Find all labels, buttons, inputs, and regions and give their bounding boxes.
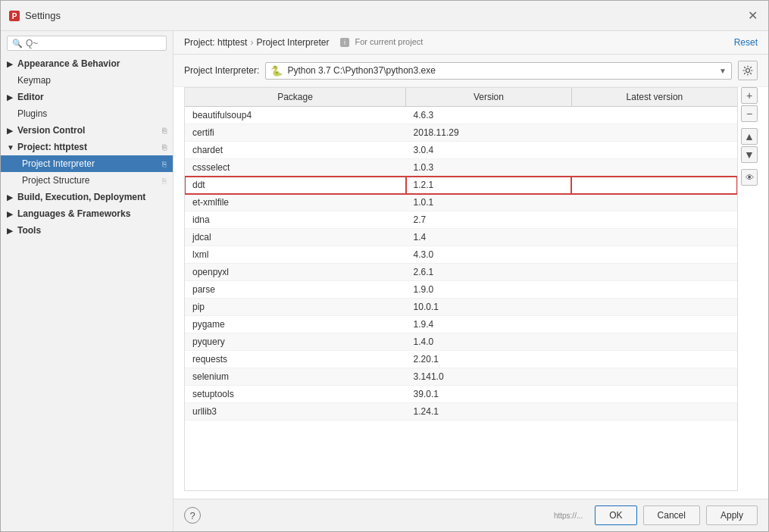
table-row[interactable]: pip 10.0.1 (185, 299, 737, 316)
table-row[interactable]: pyquery 1.4.0 (185, 333, 737, 351)
package-name: jdcal (185, 229, 406, 246)
table-row[interactable]: idna 2.7 (185, 211, 737, 229)
expand-arrow: ▼ (7, 143, 14, 152)
sidebar-item-languages[interactable]: ▶ Languages & Frameworks (1, 205, 173, 222)
table-row[interactable]: selenium 3.141.0 (185, 368, 737, 386)
expand-arrow: ▶ (7, 127, 14, 135)
search-input[interactable] (26, 38, 161, 49)
search-box[interactable]: 🔍 (7, 36, 167, 51)
table-row[interactable]: openpyxl 2.6.1 (185, 264, 737, 281)
title-bar-left: P Settings (8, 10, 61, 22)
package-version: 1.0.1 (406, 194, 572, 211)
app-icon: P (8, 10, 20, 22)
sidebar-item-label: Project: httptest (17, 142, 87, 152)
table-row[interactable]: setuptools 39.0.1 (185, 386, 737, 403)
package-name: chardet (185, 142, 406, 159)
package-name: lxml (185, 246, 406, 264)
sidebar-item-project-interpreter[interactable]: Project Interpreter ⎘ (1, 155, 173, 172)
col-package: Package (185, 88, 406, 107)
panel-header: Project: httptest › Project Interpreter … (173, 31, 768, 55)
sidebar-item-editor[interactable]: ▶ Editor (1, 89, 173, 105)
window-title: Settings (25, 10, 61, 21)
interpreter-select[interactable]: 🐍 Python 3.7 C:\Python37\python3.exe ▼ (265, 62, 732, 80)
package-latest (571, 351, 737, 368)
package-version: 1.4.0 (406, 333, 572, 351)
col-latest: Latest version (571, 88, 737, 107)
package-latest (571, 124, 737, 142)
package-latest (571, 299, 737, 316)
breadcrumb: Project: httptest › Project Interpreter (184, 37, 329, 48)
copy-icon: ⎘ (162, 177, 167, 185)
package-name: ddt (185, 177, 406, 194)
close-button[interactable]: ✕ (745, 7, 761, 24)
title-bar: P Settings ✕ (1, 1, 768, 31)
package-version: 1.0.3 (406, 159, 572, 177)
package-latest (571, 142, 737, 159)
search-icon: 🔍 (12, 39, 23, 49)
package-version: 4.6.3 (406, 107, 572, 124)
svg-text:i: i (344, 39, 345, 46)
breadcrumb-project: Project: httptest (184, 37, 247, 48)
remove-package-button[interactable]: − (741, 105, 758, 122)
package-version: 2018.11.29 (406, 124, 572, 142)
sidebar-item-project-structure[interactable]: Project Structure ⎘ (1, 172, 173, 189)
sidebar-item-version-control[interactable]: ▶ Version Control ⎘ (1, 122, 173, 139)
gear-icon (742, 65, 753, 76)
package-version: 39.0.1 (406, 386, 572, 403)
sidebar-item-plugins[interactable]: Plugins (1, 105, 173, 122)
package-latest (571, 159, 737, 177)
sidebar-item-project[interactable]: ▼ Project: httptest ⎘ (1, 139, 173, 155)
sidebar-item-label: Languages & Frameworks (17, 208, 130, 219)
package-name: pygame (185, 316, 406, 333)
ok-button[interactable]: OK (595, 505, 636, 525)
table-row[interactable]: cssselect 1.0.3 (185, 159, 737, 177)
package-version: 2.20.1 (406, 351, 572, 368)
help-button[interactable]: ? (184, 507, 201, 524)
table-row[interactable]: pygame 1.9.4 (185, 316, 737, 333)
package-latest (571, 333, 737, 351)
table-row[interactable]: et-xmlfile 1.0.1 (185, 194, 737, 211)
package-latest (571, 107, 737, 124)
info-icon: i (339, 37, 350, 48)
table-row[interactable]: parse 1.9.0 (185, 281, 737, 299)
eye-button[interactable]: 👁 (741, 169, 758, 186)
package-name: cssselect (185, 159, 406, 177)
apply-button[interactable]: Apply (706, 505, 758, 525)
expand-arrow: ▶ (7, 193, 14, 202)
table-row[interactable]: certifi 2018.11.29 (185, 124, 737, 142)
package-table: Package Version Latest version beautiful… (185, 88, 737, 421)
sidebar-item-build[interactable]: ▶ Build, Execution, Deployment (1, 189, 173, 205)
scroll-up-button[interactable]: ▲ (741, 128, 758, 145)
package-latest (571, 246, 737, 264)
package-name: pip (185, 299, 406, 316)
cancel-button[interactable]: Cancel (643, 505, 700, 525)
table-inner[interactable]: Package Version Latest version beautiful… (184, 87, 738, 491)
sidebar-item-keymap[interactable]: Keymap (1, 72, 173, 89)
table-row[interactable]: beautifulsoup4 4.6.3 (185, 107, 737, 124)
for-current-label: i For current project (339, 37, 423, 48)
add-package-button[interactable]: + (741, 87, 758, 104)
package-version: 1.9.0 (406, 281, 572, 299)
package-version: 10.0.1 (406, 299, 572, 316)
package-name: selenium (185, 368, 406, 386)
package-latest (571, 368, 737, 386)
table-row[interactable]: urllib3 1.24.1 (185, 403, 737, 421)
table-row[interactable]: lxml 4.3.0 (185, 246, 737, 264)
table-row[interactable]: ddt 1.2.1 (185, 177, 737, 194)
interpreter-path: Python 3.7 C:\Python37\python3.exe (287, 65, 714, 76)
scroll-down-button[interactable]: ▼ (741, 146, 758, 163)
expand-arrow: ▶ (7, 227, 14, 235)
package-latest (571, 264, 737, 281)
package-latest (571, 229, 737, 246)
package-name: openpyxl (185, 264, 406, 281)
table-row[interactable]: requests 2.20.1 (185, 351, 737, 368)
reset-button[interactable]: Reset (734, 37, 758, 48)
table-row[interactable]: jdcal 1.4 (185, 229, 737, 246)
package-version: 2.6.1 (406, 264, 572, 281)
sidebar-item-appearance[interactable]: ▶ Appearance & Behavior (1, 55, 173, 72)
gear-button[interactable] (738, 61, 758, 80)
table-row[interactable]: chardet 3.0.4 (185, 142, 737, 159)
sidebar-item-tools[interactable]: ▶ Tools (1, 222, 173, 239)
sidebar-item-label: Keymap (17, 75, 51, 86)
sidebar-item-label: Editor (17, 92, 44, 102)
